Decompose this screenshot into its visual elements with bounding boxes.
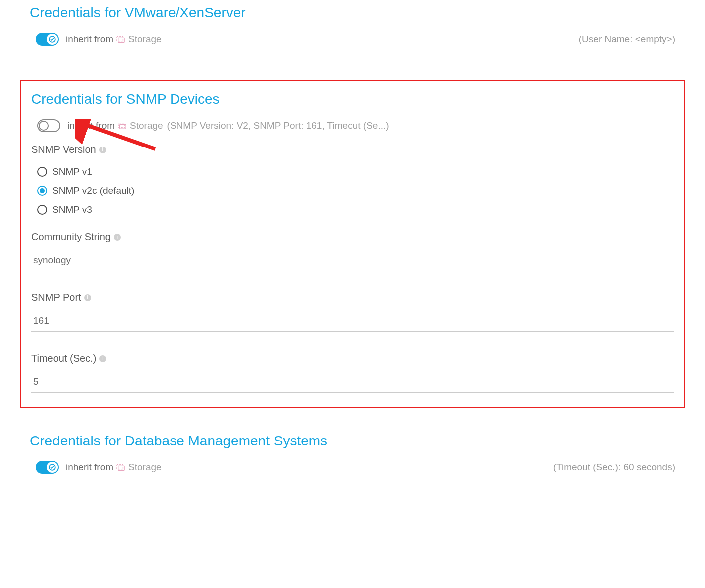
group-icon: [116, 463, 125, 471]
radio-icon: [37, 186, 47, 196]
community-string-input[interactable]: [31, 250, 674, 271]
svg-rect-8: [118, 466, 124, 470]
svg-rect-2: [118, 38, 124, 42]
dbms-section-title: Credentials for Database Management Syst…: [30, 433, 675, 449]
snmp-timeout-label: Timeout (Sec.) i: [31, 353, 674, 364]
snmp-inherit-toggle[interactable]: [37, 119, 60, 132]
svg-rect-7: [117, 465, 123, 469]
snmp-inherit-label: inherit from Storage (SNMP Version: V2, …: [67, 120, 389, 131]
snmp-version-label: SNMP Version i: [31, 144, 674, 155]
community-string-label: Community String i: [31, 231, 674, 243]
snmp-version-radio-group: SNMP v1 SNMP v2c (default) SNMP v3: [37, 162, 674, 219]
snmp-port-label: SNMP Port i: [31, 292, 674, 303]
radio-snmp-v1[interactable]: SNMP v1: [37, 162, 674, 181]
radio-icon: [37, 167, 47, 177]
dbms-inherit-row: inherit from Storage (Timeout (Sec.): 60…: [30, 461, 675, 474]
svg-rect-4: [118, 123, 124, 128]
snmp-port-input[interactable]: [31, 310, 674, 332]
svg-rect-5: [120, 124, 126, 129]
group-icon: [116, 35, 125, 43]
radio-icon: [37, 205, 47, 215]
group-icon: [118, 122, 127, 130]
info-icon[interactable]: i: [84, 294, 91, 301]
credentials-dbms-section: Credentials for Database Management Syst…: [0, 428, 705, 488]
info-icon[interactable]: i: [114, 234, 121, 241]
check-icon: [47, 462, 58, 473]
radio-snmp-v2c[interactable]: SNMP v2c (default): [37, 181, 674, 200]
credentials-snmp-section-highlight: Credentials for SNMP Devices inherit fro…: [20, 80, 685, 408]
vmware-inherit-summary: (User Name: <empty>): [579, 34, 675, 45]
info-icon[interactable]: i: [99, 147, 106, 153]
svg-rect-1: [117, 37, 123, 41]
vmware-section-title: Credentials for VMware/XenServer: [30, 5, 675, 21]
radio-snmp-v3[interactable]: SNMP v3: [37, 200, 674, 219]
snmp-section-title: Credentials for SNMP Devices: [31, 91, 674, 107]
snmp-inherit-source: Storage: [130, 120, 163, 131]
dbms-inherit-toggle[interactable]: [36, 461, 59, 474]
vmware-inherit-toggle[interactable]: [36, 33, 59, 46]
snmp-inherit-summary: (SNMP Version: V2, SNMP Port: 161, Timeo…: [167, 120, 389, 131]
snmp-timeout-input[interactable]: [31, 371, 674, 393]
vmware-inherit-label: inherit from Storage: [66, 34, 162, 45]
vmware-inherit-row: inherit from Storage (User Name: <empty>…: [30, 33, 675, 46]
credentials-vmware-section: Credentials for VMware/XenServer inherit…: [0, 0, 705, 60]
check-icon: [47, 34, 58, 45]
dbms-inherit-summary: (Timeout (Sec.): 60 seconds): [553, 462, 675, 473]
info-icon[interactable]: i: [99, 355, 106, 362]
dbms-inherit-label: inherit from Storage: [66, 462, 162, 473]
toggle-knob: [39, 121, 49, 131]
